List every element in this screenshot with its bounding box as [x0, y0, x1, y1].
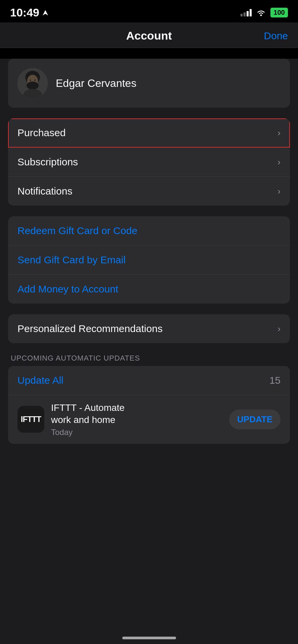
personalized-recommendations-chevron: ›	[278, 324, 281, 334]
redeem-gift-card-label: Redeem Gift Card or Code	[17, 225, 137, 236]
subscriptions-item[interactable]: Subscriptions ›	[8, 148, 290, 177]
subscriptions-chevron: ›	[278, 157, 281, 167]
signal-icon	[241, 9, 252, 16]
page-title: Account	[126, 29, 172, 42]
app-date: Today	[51, 428, 222, 437]
update-all-row[interactable]: Update All 15	[8, 366, 290, 395]
nav-bar: Account Done	[0, 22, 298, 48]
app-icon-ifttt: IFTTT	[17, 406, 44, 433]
svg-point-8	[34, 79, 36, 81]
wifi-icon	[256, 9, 266, 16]
personalized-recommendations-item[interactable]: Personalized Recommendations ›	[8, 314, 290, 343]
svg-point-7	[30, 79, 31, 81]
preferences-section: Personalized Recommendations ›	[8, 314, 290, 343]
location-icon	[42, 9, 49, 16]
app-row: IFTTT IFTTT - Automatework and home Toda…	[8, 395, 290, 444]
main-content: Edgar Cervantes Purchased › Subscription…	[0, 59, 298, 644]
user-name: Edgar Cervantes	[56, 77, 136, 90]
svg-marker-0	[43, 10, 48, 15]
avatar-image	[17, 68, 48, 98]
app-info: IFTTT - Automatework and home Today	[51, 402, 222, 437]
purchased-item[interactable]: Purchased ›	[8, 118, 290, 148]
home-indicator	[122, 637, 176, 639]
personalized-recommendations-label: Personalized Recommendations	[17, 323, 163, 334]
menu-group: Purchased › Subscriptions › Notification…	[8, 118, 290, 206]
update-count: 15	[269, 375, 281, 386]
add-money-label: Add Money to Account	[17, 283, 118, 295]
add-money-item[interactable]: Add Money to Account	[8, 275, 290, 304]
send-gift-card-label: Send Gift Card by Email	[17, 254, 126, 266]
app-name: IFTTT - Automatework and home	[51, 402, 222, 426]
battery-indicator: 100	[270, 8, 288, 17]
send-gift-card-item[interactable]: Send Gift Card by Email	[8, 246, 290, 275]
updates-section-header: UPCOMING AUTOMATIC UPDATES	[8, 354, 290, 363]
done-button[interactable]: Done	[264, 30, 288, 42]
purchased-label: Purchased	[17, 127, 66, 139]
notifications-item[interactable]: Notifications ›	[8, 177, 290, 206]
update-all-label: Update All	[17, 375, 63, 386]
purchased-chevron: ›	[278, 128, 281, 138]
update-button[interactable]: UPDATE	[229, 410, 281, 429]
user-card[interactable]: Edgar Cervantes	[8, 59, 290, 108]
svg-point-5	[27, 82, 39, 90]
subscriptions-label: Subscriptions	[17, 156, 78, 168]
gift-card-section: Redeem Gift Card or Code Send Gift Card …	[8, 216, 290, 304]
notifications-label: Notifications	[17, 185, 72, 197]
redeem-gift-card-item[interactable]: Redeem Gift Card or Code	[8, 216, 290, 246]
status-right: 100	[241, 8, 288, 17]
status-time: 10:49	[10, 6, 49, 19]
svg-point-1	[260, 14, 262, 16]
notifications-chevron: ›	[278, 186, 281, 197]
updates-section: Update All 15 IFTTT IFTTT - Automatework…	[8, 366, 290, 444]
avatar	[17, 68, 48, 98]
status-bar: 10:49 100	[0, 0, 298, 22]
